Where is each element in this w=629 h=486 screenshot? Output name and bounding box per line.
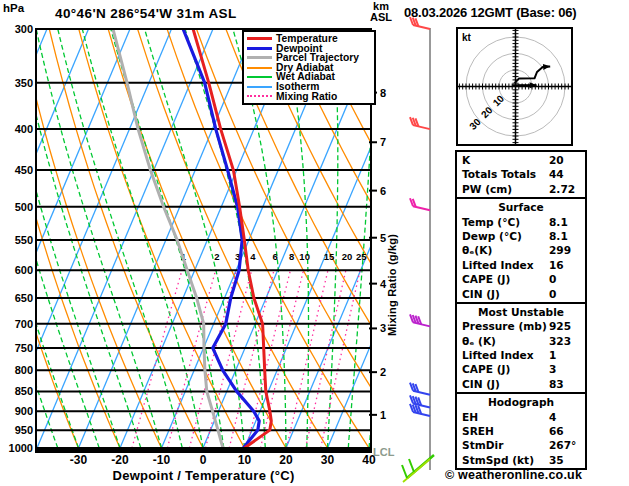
isotherm-line xyxy=(79,29,255,448)
pressure-tick-label: 900 xyxy=(15,405,33,417)
hodograph: 102030kt xyxy=(455,26,577,148)
table-row-value: 299 xyxy=(549,243,585,257)
legend: TemperatureDewpointParcel TrajectoryDry … xyxy=(242,30,376,105)
table-row-label: SREH xyxy=(462,424,549,438)
surface-barb-feather xyxy=(402,465,407,478)
isotherm-line xyxy=(0,29,88,448)
pressure-axis-unit: hPa xyxy=(3,2,24,14)
table-row: Totals Totals44 xyxy=(457,167,585,181)
table-row-value: 8.1 xyxy=(549,229,585,243)
pressure-tick-label: 500 xyxy=(15,201,33,213)
indices-table: K20Totals Totals44PW (cm)2.72SurfaceTemp… xyxy=(455,150,587,470)
dry-adiabat-line xyxy=(0,29,79,448)
table-row-value: 16 xyxy=(549,258,585,272)
table-row: Lifted Index16 xyxy=(457,258,585,272)
pressure-tick-label: 950 xyxy=(15,424,33,436)
dry-adiabat-line xyxy=(20,29,162,448)
table-row: SREH66 xyxy=(457,424,585,438)
legend-swatch-dewpoint xyxy=(247,47,272,50)
mixing-ratio-value-label: 2 xyxy=(214,251,219,262)
mixing-ratio-value-label: 8 xyxy=(289,251,294,262)
temperature-axis-title: Dewpoint / Temperature (°C) xyxy=(36,468,371,483)
table-section-header: Surface xyxy=(457,200,585,214)
pressure-tick-label: 700 xyxy=(15,318,33,330)
table-row-value: 44 xyxy=(549,167,585,181)
legend-item: Mixing Ratio xyxy=(247,92,374,102)
table-row-label: CAPE (J) xyxy=(462,362,549,376)
table-row-value: 35 xyxy=(549,453,585,467)
table-row: Pressure (mb)925 xyxy=(457,319,585,333)
mixing-ratio-line xyxy=(229,270,274,448)
table-section: SurfaceTemp (°C)8.1Dewp (°C)8.1θₑ(K)299L… xyxy=(457,197,585,302)
pressure-tick-label: 400 xyxy=(15,123,33,135)
table-row-value: 323 xyxy=(549,334,585,348)
run-datetime: 08.03.2026 12GMT (Base: 06) xyxy=(404,5,576,20)
table-row-value: 83 xyxy=(549,377,585,391)
km-tick-label: 2 xyxy=(380,366,386,378)
mixing-ratio-value-label: 25 xyxy=(356,251,367,262)
mixing-ratio-value-label: 15 xyxy=(324,251,335,262)
wind-barb xyxy=(410,383,430,395)
copyright: © weatheronline.co.uk xyxy=(445,468,582,482)
surface-barb-echo xyxy=(403,459,430,482)
pressure-tick-label: 450 xyxy=(15,164,33,176)
legend-swatch-dry-adiabat xyxy=(247,67,272,69)
table-row-label: Dewp (°C) xyxy=(462,229,549,243)
table-row-label: Lifted Index xyxy=(462,258,549,272)
table-row-value: 2.72 xyxy=(549,182,585,196)
pressure-tick-label: 300 xyxy=(15,23,33,35)
table-row-label: StmDir xyxy=(462,438,549,452)
km-tick-label: 1 xyxy=(380,409,386,421)
table-row: CIN (J)83 xyxy=(457,377,585,391)
dry-adiabat-line xyxy=(403,29,446,448)
pressure-tick-label: 550 xyxy=(15,234,33,246)
dry-adiabat-line xyxy=(49,29,203,448)
table-section: Most UnstablePressure (mb)925θₑ (K)323Li… xyxy=(457,302,585,392)
table-row: PW (cm)2.72 xyxy=(457,182,585,196)
temperature-tick-label: 30 xyxy=(321,453,335,467)
pressure-tick-label: 650 xyxy=(15,292,33,304)
isotherm-line xyxy=(37,29,213,448)
legend-label: Mixing Ratio xyxy=(276,92,337,102)
km-tick-label: 6 xyxy=(380,185,386,197)
wind-barb xyxy=(410,117,430,129)
table-row-label: θₑ(K) xyxy=(462,243,549,257)
mixing-ratio-value-label: 10 xyxy=(299,251,310,262)
legend-swatch-isotherm xyxy=(247,86,272,88)
wind-barb xyxy=(410,198,430,210)
table-row-value: 8.1 xyxy=(549,215,585,229)
table-row: Dewp (°C)8.1 xyxy=(457,229,585,243)
mixing-ratio-value-label: 6 xyxy=(273,251,278,262)
table-row: θₑ(K)299 xyxy=(457,243,585,257)
table-section: K20Totals Totals44PW (cm)2.72 xyxy=(457,152,585,197)
table-row: CAPE (J)0 xyxy=(457,272,585,286)
wind-barb xyxy=(410,314,430,326)
pressure-tick-label: 800 xyxy=(15,364,33,376)
wind-barb xyxy=(402,455,434,482)
temperature-tick-label: 0 xyxy=(200,453,207,467)
mixing-ratio-value-label: 20 xyxy=(342,251,353,262)
table-row: StmSpd (kt)35 xyxy=(457,453,585,467)
temperature-tick-label: 10 xyxy=(238,453,252,467)
table-row-label: EH xyxy=(462,410,549,424)
legend-swatch-parcel-trajectory xyxy=(247,56,272,59)
mixing-ratio-axis-label: Mixing Ratio (g/kg) xyxy=(386,210,398,360)
pressure-tick-label: 850 xyxy=(15,385,33,397)
table-row: Lifted Index1 xyxy=(457,348,585,362)
pressure-tick-label: 750 xyxy=(15,342,33,354)
legend-swatch-wet-adiabat xyxy=(247,76,272,78)
table-section-header: Hodograph xyxy=(457,395,585,409)
table-row: StmDir267° xyxy=(457,438,585,452)
table-section-header: Most Unstable xyxy=(457,305,585,319)
lcl-marker-label: LCL xyxy=(373,446,394,458)
table-row: CIN (J)0 xyxy=(457,287,585,301)
table-row: Temp (°C)8.1 xyxy=(457,215,585,229)
mixing-ratio-value-label: 4 xyxy=(250,251,256,262)
pressure-tick-label: 600 xyxy=(15,264,33,276)
pressure-tick-label: 350 xyxy=(15,77,33,89)
temperature-tick-label: -30 xyxy=(70,453,88,467)
table-row-value: 925 xyxy=(549,319,585,333)
table-row-label: CIN (J) xyxy=(462,377,549,391)
pressure-tick-label: 1000 xyxy=(9,442,33,454)
km-tick-label: 7 xyxy=(380,136,386,148)
